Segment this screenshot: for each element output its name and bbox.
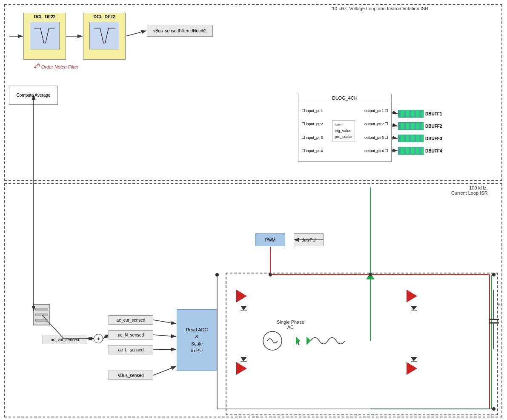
dlog-ports: input_ptr1 input_ptr2 input_ptr3 input_p… (298, 102, 391, 159)
dbuff2-bar (398, 122, 424, 130)
dbuff4-container: DBUFF4 (398, 147, 442, 155)
dcl1-inner (30, 22, 60, 49)
dutypu-block: dutyPU (294, 233, 324, 246)
dbuff1-container: DBUFF1 (398, 110, 442, 118)
region-inner-circuit (226, 273, 498, 415)
L-label: L (298, 341, 301, 346)
sum-circle: + (94, 334, 103, 343)
ac-cur-sensed-block: ac_cur_sensed (109, 315, 153, 325)
dcl2-inner (89, 22, 119, 49)
bottom-region-label-1: 100 kHz, Current Loop ISR (451, 185, 488, 196)
read-adc-block: Read ADC&Scaleto PU (177, 309, 217, 371)
memory-icon (33, 304, 50, 325)
dbuff4-bar (398, 147, 424, 155)
dcl-block-1: DCL_DF22 (23, 13, 66, 60)
dlog-block: DLOG_4CH input_ptr1 input_ptr2 input_ptr… (298, 94, 392, 162)
dbuff3-bar (398, 135, 424, 142)
single-phase-label: Single PhaseAC (277, 319, 304, 330)
top-region-label: 10 kHz, Voltage Loop and Instrumentation… (332, 6, 428, 11)
ac-l-sensed-block: ac_L_sensed (109, 345, 153, 354)
dlog-left-ports: input_ptr1 input_ptr2 input_ptr3 input_p… (302, 104, 323, 158)
notch-filter-label: 4th Order Notch Filter (34, 63, 78, 69)
diagram-container: 10 kHz, Voltage Loop and Instrumentation… (0, 0, 507, 420)
ac-n-sensed-block: ac_N_sensed (109, 330, 153, 339)
N-label: N (271, 341, 275, 346)
dcl-block-2: DCL_DF22 (83, 13, 126, 60)
ac-vol-sensed-block: ac_vol_sensed (43, 335, 87, 344)
dlog-center: size trig_value pre_scalar (332, 120, 355, 141)
vbus-sensed-block: vBus_sensed (109, 371, 153, 380)
dlog-right-ports: output_ptr1 output_ptr2 output_ptr3 outp… (364, 104, 388, 158)
compute-average-block: Compute Average (9, 86, 58, 105)
dbuff3-container: DBUFF3 (398, 135, 442, 142)
vbus-filtered-block: vBus_sensedFilteredNotch2 (147, 25, 213, 37)
dbuff1-bar (398, 110, 424, 118)
pwm-block: PWM (255, 233, 285, 246)
dbuff2-container: DBUFF2 (398, 122, 442, 130)
